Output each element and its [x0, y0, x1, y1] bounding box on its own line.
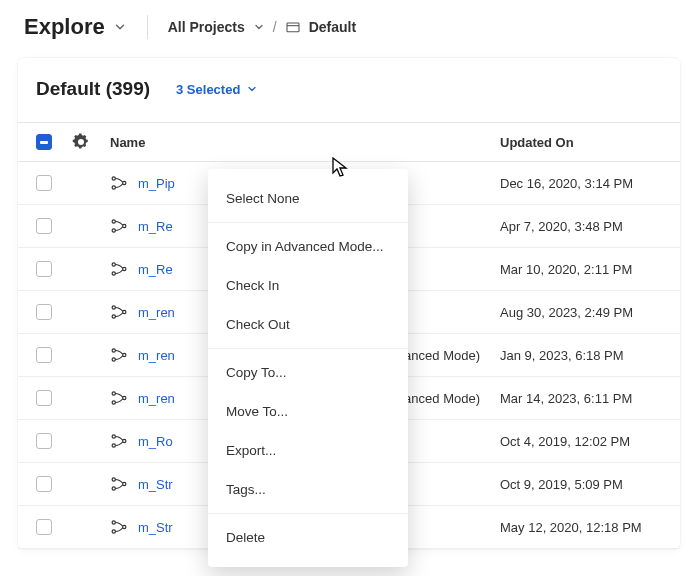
- row-checkbox[interactable]: [36, 218, 52, 234]
- svg-point-5: [112, 220, 115, 223]
- name-header[interactable]: Name: [100, 123, 490, 162]
- svg-point-14: [112, 349, 115, 352]
- main-panel: Default (399) 3 Selected Name Updated On…: [18, 58, 680, 549]
- svg-point-2: [112, 177, 115, 180]
- panel-header: Default (399) 3 Selected: [18, 74, 680, 122]
- mapping-icon: [110, 518, 128, 536]
- row-checkbox[interactable]: [36, 476, 52, 492]
- breadcrumb-sep: /: [273, 19, 277, 35]
- vertical-divider: [147, 15, 148, 39]
- menu-export[interactable]: Export...: [208, 431, 408, 470]
- mapping-icon: [110, 303, 128, 321]
- svg-point-12: [112, 315, 115, 318]
- menu-tags[interactable]: Tags...: [208, 470, 408, 509]
- updated-cell: Mar 10, 2020, 2:11 PM: [490, 248, 680, 291]
- type-header[interactable]: [62, 123, 100, 162]
- menu-check-out[interactable]: Check Out: [208, 305, 408, 344]
- asset-link[interactable]: m_Re: [138, 262, 173, 277]
- svg-point-20: [112, 435, 115, 438]
- svg-rect-0: [287, 23, 299, 32]
- asset-link[interactable]: m_Re: [138, 219, 173, 234]
- svg-point-26: [112, 521, 115, 524]
- svg-point-27: [112, 530, 115, 533]
- svg-point-24: [112, 487, 115, 490]
- row-checkbox[interactable]: [36, 304, 52, 320]
- row-checkbox[interactable]: [36, 347, 52, 363]
- row-checkbox[interactable]: [36, 519, 52, 535]
- updated-cell: Dec 16, 2020, 3:14 PM: [490, 162, 680, 205]
- asset-link[interactable]: m_Ro: [138, 434, 173, 449]
- chevron-down-icon: [246, 83, 258, 95]
- svg-point-3: [112, 186, 115, 189]
- explore-label: Explore: [24, 14, 105, 40]
- updated-cell: Oct 4, 2019, 12:02 PM: [490, 420, 680, 463]
- menu-check-in[interactable]: Check In: [208, 266, 408, 305]
- select-all-header[interactable]: [18, 123, 62, 162]
- mapping-icon: [110, 260, 128, 278]
- row-checkbox[interactable]: [36, 175, 52, 191]
- mapping-icon: [110, 389, 128, 407]
- chevron-down-icon: [113, 20, 127, 34]
- asset-link[interactable]: m_Pip: [138, 176, 175, 191]
- svg-point-15: [112, 358, 115, 361]
- gear-icon: [72, 133, 90, 151]
- breadcrumb-folder[interactable]: Default: [309, 19, 356, 35]
- svg-point-18: [112, 401, 115, 404]
- folder-icon: [285, 19, 301, 35]
- svg-point-9: [112, 272, 115, 275]
- row-checkbox[interactable]: [36, 261, 52, 277]
- asset-link[interactable]: m_ren: [138, 391, 175, 406]
- svg-point-11: [112, 306, 115, 309]
- menu-copy-advanced[interactable]: Copy in Advanced Mode...: [208, 227, 408, 266]
- selection-dropdown[interactable]: 3 Selected: [176, 82, 258, 97]
- asset-link[interactable]: m_ren: [138, 305, 175, 320]
- updated-cell: Jan 9, 2023, 6:18 PM: [490, 334, 680, 377]
- top-bar: Explore All Projects / Default: [0, 0, 698, 54]
- updated-cell: Aug 30, 2023, 2:49 PM: [490, 291, 680, 334]
- svg-point-6: [112, 229, 115, 232]
- menu-copy-to[interactable]: Copy To...: [208, 353, 408, 392]
- asset-link[interactable]: m_Str: [138, 477, 173, 492]
- svg-point-17: [112, 392, 115, 395]
- updated-cell: May 12, 2020, 12:18 PM: [490, 506, 680, 549]
- updated-cell: Oct 9, 2019, 5:09 PM: [490, 463, 680, 506]
- mapping-icon: [110, 475, 128, 493]
- svg-point-21: [112, 444, 115, 447]
- updated-cell: Mar 14, 2023, 6:11 PM: [490, 377, 680, 420]
- updated-cell: Apr 7, 2020, 3:48 PM: [490, 205, 680, 248]
- checkbox-partial-icon[interactable]: [36, 134, 52, 150]
- updated-header[interactable]: Updated On: [490, 123, 680, 162]
- mapping-icon: [110, 346, 128, 364]
- mapping-icon: [110, 432, 128, 450]
- svg-point-23: [112, 478, 115, 481]
- row-checkbox[interactable]: [36, 390, 52, 406]
- asset-link[interactable]: m_ren: [138, 348, 175, 363]
- menu-move-to[interactable]: Move To...: [208, 392, 408, 431]
- mapping-icon: [110, 174, 128, 192]
- menu-select-none[interactable]: Select None: [208, 179, 408, 218]
- mapping-icon: [110, 217, 128, 235]
- asset-link[interactable]: m_Str: [138, 520, 173, 535]
- selection-menu: Select None Copy in Advanced Mode... Che…: [208, 169, 408, 567]
- chevron-down-icon[interactable]: [253, 21, 265, 33]
- explore-title[interactable]: Explore: [24, 14, 127, 40]
- selection-label: 3 Selected: [176, 82, 240, 97]
- svg-point-8: [112, 263, 115, 266]
- panel-title: Default (399): [36, 78, 150, 100]
- menu-delete[interactable]: Delete: [208, 518, 408, 557]
- row-checkbox[interactable]: [36, 433, 52, 449]
- breadcrumb: All Projects / Default: [168, 19, 356, 35]
- project-scope[interactable]: All Projects: [168, 19, 245, 35]
